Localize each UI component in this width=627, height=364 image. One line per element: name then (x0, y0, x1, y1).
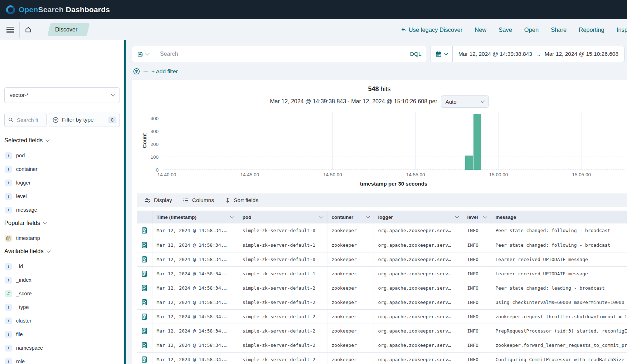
expand-document-cell[interactable] (137, 223, 152, 238)
expand-document-cell[interactable] (137, 252, 152, 266)
expand-document-icon[interactable] (141, 285, 148, 291)
field-search-input[interactable] (16, 117, 43, 123)
histogram-bar[interactable] (465, 156, 473, 170)
expand-document-cell[interactable] (137, 238, 152, 252)
expand-document-cell[interactable] (137, 309, 152, 324)
sidebar-field-type[interactable]: t_type (4, 300, 120, 314)
field-name: logger (16, 180, 30, 186)
x-tick-label: 15:00:00 (489, 172, 508, 177)
expand-document-cell[interactable] (137, 295, 152, 309)
x-tick-label: 15:05:00 (572, 172, 591, 177)
columns-button[interactable]: Columns (183, 197, 214, 203)
expand-document-cell[interactable] (137, 352, 152, 364)
sidebar-field-pod[interactable]: tpod (4, 149, 120, 162)
header-expand-column (137, 211, 152, 223)
chevron-down-icon (481, 99, 485, 103)
query-language-button[interactable]: DQL (405, 46, 427, 62)
expand-document-cell[interactable] (137, 281, 152, 295)
date-from[interactable]: Mar 12, 2024 @ 14:39:38.843 (458, 51, 532, 57)
search-input[interactable] (154, 51, 405, 57)
expand-document-icon[interactable] (141, 227, 148, 234)
logger-cell: org.apache.zookeeper.serv… (374, 324, 463, 338)
section-available-fields[interactable]: Available fields (4, 248, 120, 255)
y-tick-label: 200 (144, 142, 159, 147)
display-button[interactable]: Display (145, 197, 172, 203)
filter-circle-icon (53, 117, 59, 123)
column-label: logger (378, 215, 393, 220)
sidebar-field-index[interactable]: t_index (4, 273, 120, 287)
breadcrumb-discover[interactable]: Discover (47, 23, 87, 36)
sidebar-field-cluster[interactable]: tcluster (4, 314, 120, 328)
table-toolbar: DisplayColumnsSort fields (137, 193, 627, 207)
nav-new-button[interactable]: New (475, 26, 486, 33)
sort-fields-button[interactable]: Sort fields (225, 197, 258, 203)
filter-circle-icon[interactable] (133, 68, 140, 75)
sidebar-field-namespace[interactable]: tnamespace (4, 341, 120, 355)
columns-list-icon (183, 197, 189, 203)
hits-range-text: Mar 12, 2024 @ 14:39:38.843 - Mar 12, 20… (270, 98, 437, 105)
expand-document-cell[interactable] (137, 338, 152, 352)
date-quick-select-button[interactable] (431, 46, 453, 62)
search-box: DQL (132, 46, 427, 62)
expand-document-icon[interactable] (141, 342, 148, 349)
string-field-icon: t (5, 207, 12, 213)
expand-document-icon[interactable] (141, 328, 148, 334)
sidebar-field-level[interactable]: tlevel (4, 190, 120, 203)
date-to[interactable]: Mar 12, 2024 @ 15:10:26.608 (545, 51, 618, 57)
nav-inspect-button[interactable]: Inspect (617, 26, 627, 33)
interval-select[interactable]: Auto (441, 95, 489, 108)
expand-document-icon[interactable] (141, 356, 148, 363)
sidebar-field-container[interactable]: tcontainer (4, 162, 120, 176)
message-cell: Configuring CommitProcessor with readBat… (491, 352, 627, 364)
string-field-icon: t (5, 345, 12, 351)
documents-table: Time (timestamp)podcontainerloggerlevelm… (137, 211, 627, 364)
filter-by-type-button[interactable]: Filter by type 0 (49, 113, 120, 127)
menu-icon[interactable] (6, 27, 14, 33)
discover-main-panel: 548 hits Mar 12, 2024 @ 14:39:38.843 - M… (132, 80, 627, 364)
expand-document-icon[interactable] (141, 313, 148, 320)
index-pattern-select[interactable]: vector-* (4, 87, 120, 103)
expand-document-icon[interactable] (141, 242, 148, 249)
sidebar-field-role[interactable]: trole (4, 355, 120, 364)
expand-document-icon[interactable] (141, 299, 148, 306)
sidebar-field-file[interactable]: tfile (4, 328, 120, 341)
y-gridline (163, 118, 624, 118)
nav-save-button[interactable]: Save (499, 26, 512, 33)
histogram-plot: 010020030040014:40:0014:45:0014:50:0014:… (163, 112, 624, 170)
header-logger[interactable]: logger (374, 211, 463, 223)
sidebar-field-id[interactable]: t_id (4, 260, 120, 273)
header-pod[interactable]: pod (238, 211, 327, 223)
nav-open-button[interactable]: Open (524, 26, 539, 33)
sidebar-field-message[interactable]: tmessage (4, 203, 120, 217)
nav-share-button[interactable]: Share (551, 26, 567, 33)
expand-document-cell[interactable] (137, 324, 152, 338)
saved-query-button[interactable] (132, 46, 154, 62)
header-time-timestamp[interactable]: Time (timestamp) (152, 211, 238, 223)
expand-document-icon[interactable] (141, 256, 148, 263)
section-title: Available fields (4, 248, 44, 255)
add-filter-button[interactable]: + Add filter (151, 68, 178, 75)
x-gridline (415, 112, 416, 170)
time-cell: Mar 12, 2024 @ 14:58:34.… (152, 252, 238, 266)
nav-reporting-button[interactable]: Reporting (579, 26, 604, 33)
section-popular-fields[interactable]: Popular fields (4, 220, 120, 226)
table-row: Mar 12, 2024 @ 14:58:34.…simple-zk-serve… (137, 324, 627, 338)
sidebar-field-logger[interactable]: tlogger (4, 176, 120, 190)
expand-document-icon[interactable] (141, 270, 148, 277)
y-tick-label: 0 (144, 167, 159, 173)
header-container[interactable]: container (327, 211, 374, 223)
field-search[interactable] (4, 113, 47, 127)
histogram-bar[interactable] (473, 114, 481, 170)
sidebar-field-timestamp[interactable]: timestamp (4, 231, 120, 245)
home-icon[interactable] (25, 26, 32, 33)
field-name: message (16, 207, 37, 213)
sidebar-resize-handle[interactable] (124, 40, 126, 364)
query-bar: DQL Mar 12, 2024 @ 14:39:38.843 → Mar 12… (132, 46, 624, 62)
level-cell: INFO (463, 295, 491, 309)
field-name: role (16, 359, 25, 364)
expand-document-cell[interactable] (137, 266, 152, 281)
nav-use-legacy-discover-button[interactable]: Use legacy Discover (401, 26, 462, 33)
sidebar-field-score[interactable]: #_score (4, 287, 120, 300)
header-level[interactable]: level (463, 211, 491, 223)
section-selected-fields[interactable]: Selected fields (4, 137, 120, 144)
